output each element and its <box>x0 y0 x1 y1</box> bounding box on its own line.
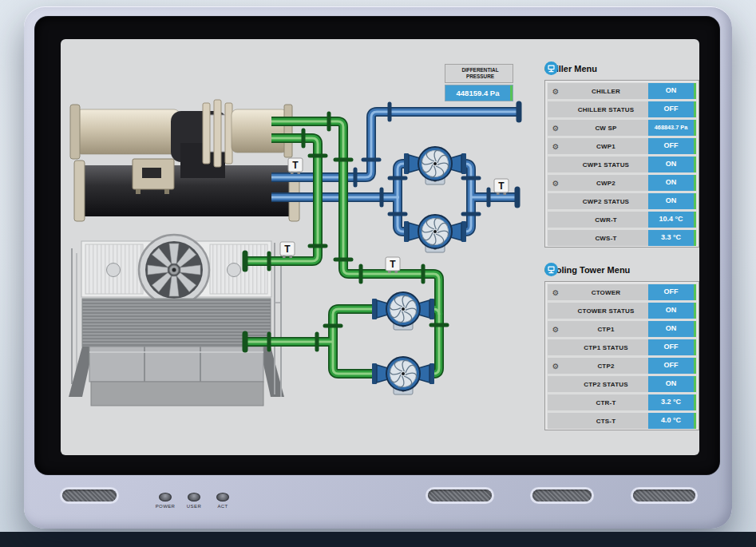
value-button[interactable]: ON <box>648 303 696 319</box>
green-strip <box>694 101 696 117</box>
row-label: CTP1 <box>564 326 648 333</box>
row-label: CWP1 <box>564 143 648 150</box>
menu-row: CHILLER STATUSOFF <box>548 101 696 117</box>
hmi-screen: T T T T DIFFERENTIAL PRESSURE <box>61 39 699 455</box>
menu-row: CTS-T4.0 °C <box>548 413 696 429</box>
svg-text:T: T <box>390 259 396 270</box>
value-button[interactable]: 468843.7 Pa <box>648 120 696 136</box>
row-label: CW SP <box>564 125 648 132</box>
value-button[interactable]: ON <box>648 157 696 172</box>
green-strip <box>694 358 696 374</box>
temperature-sensor-icon[interactable]: T <box>288 158 303 174</box>
green-strip <box>694 175 696 191</box>
cwp1-pump-icon[interactable] <box>404 147 466 184</box>
value-button[interactable]: OFF <box>648 339 696 355</box>
act-led <box>216 493 229 501</box>
svg-text:T: T <box>292 160 299 171</box>
menu-row: CWS-T3.3 °C <box>548 230 696 246</box>
hmi-monitor-icon <box>544 263 558 276</box>
ctp1-pump-icon[interactable] <box>372 292 434 330</box>
table-edge <box>0 532 756 547</box>
temperature-sensor-icon[interactable]: T <box>494 179 509 195</box>
row-label: CHILLER <box>564 88 648 95</box>
row-label: CWP2 <box>564 180 648 187</box>
menu-row: ⚙︎CTP2OFF <box>548 358 696 374</box>
cooling-tower-menu-panel: ⚙︎CTOWEROFFCTOWER STATUSON⚙︎CTP1ONCTP1 S… <box>544 281 699 430</box>
cooling-tower-menu-header: Cooling Tower Menu <box>544 263 699 277</box>
menu-row: CWP2 STATUSON <box>548 193 696 209</box>
row-label: CWS-T <box>564 235 648 242</box>
menu-row: ⚙︎CW SP468843.7 Pa <box>548 120 696 136</box>
value-button[interactable]: OFF <box>648 138 696 154</box>
row-label: CWP1 STATUS <box>564 161 648 168</box>
act-led-label: ACT <box>207 504 239 509</box>
green-strip <box>694 394 696 410</box>
value-button[interactable]: 10.4 °C <box>648 212 696 228</box>
menu-row: ⚙︎CWP2ON <box>548 175 696 191</box>
user-led <box>188 493 200 501</box>
ctp2-pump-icon[interactable] <box>372 357 434 394</box>
row-label: CTR-T <box>564 399 648 406</box>
differential-pressure-title: DIFFERENTIAL PRESSURE <box>455 67 506 79</box>
row-label: CTOWER <box>564 289 648 296</box>
menu-row: ⚙︎CTP1ON <box>548 321 696 337</box>
temperature-sensor-icon[interactable]: T <box>386 257 400 273</box>
green-strip <box>510 85 513 101</box>
value-button[interactable]: OFF <box>648 358 696 374</box>
green-strip <box>694 230 696 246</box>
user-led-label: USER <box>178 504 210 509</box>
menu-row: ⚙︎CTOWEROFF <box>548 284 696 300</box>
hmi-monitor-icon <box>544 61 558 75</box>
green-strip <box>694 413 696 429</box>
menu-row: CWP1 STATUSON <box>548 157 696 172</box>
value-button[interactable]: 3.2 °C <box>648 394 696 410</box>
value-button[interactable]: 4.0 °C <box>648 413 696 429</box>
gear-icon[interactable]: ⚙︎ <box>548 142 564 151</box>
speaker-grille <box>428 490 492 501</box>
value-button[interactable]: ON <box>648 376 696 392</box>
power-led-label: POWER <box>149 504 181 509</box>
svg-text:T: T <box>284 244 291 255</box>
value-button[interactable]: OFF <box>648 101 696 117</box>
menu-row: ⚙︎CWP1OFF <box>548 138 696 154</box>
green-strip <box>694 303 696 319</box>
menu-row: CTP1 STATUSOFF <box>548 339 696 355</box>
green-strip <box>694 376 696 392</box>
green-strip <box>694 284 696 300</box>
temperature-sensor-icon[interactable]: T <box>280 242 295 258</box>
value-button[interactable]: ON <box>648 193 696 209</box>
value-button[interactable]: ON <box>648 321 696 337</box>
menu-row: CTOWER STATUSON <box>548 303 696 319</box>
row-label: CHILLER STATUS <box>564 106 648 113</box>
gear-icon[interactable]: ⚙︎ <box>548 87 564 96</box>
svg-text:T: T <box>498 180 505 192</box>
row-label: CTOWER STATUS <box>564 307 648 315</box>
menu-row: CTP2 STATUSON <box>548 376 696 392</box>
gear-icon[interactable]: ⚙︎ <box>548 325 564 334</box>
menu-row: ⚙︎CHILLERON <box>548 83 696 99</box>
green-strip <box>694 120 696 136</box>
differential-pressure-widget-header: DIFFERENTIAL PRESSURE <box>445 64 513 83</box>
cwp2-pump-icon[interactable] <box>404 215 466 252</box>
value-button[interactable]: ON <box>648 175 696 191</box>
row-label: CWR-T <box>564 216 648 224</box>
differential-pressure-value[interactable]: 448159.4 Pa <box>445 85 513 101</box>
row-label: CTP1 STATUS <box>564 344 648 351</box>
value-button[interactable]: ON <box>648 83 696 99</box>
gear-icon[interactable]: ⚙︎ <box>548 179 564 188</box>
green-strip <box>694 193 696 209</box>
green-strip <box>694 339 696 355</box>
value-button[interactable]: OFF <box>648 284 696 300</box>
menu-row: CTR-T3.2 °C <box>548 394 696 410</box>
green-strip <box>694 212 696 228</box>
speaker-grille <box>633 490 695 501</box>
value-button[interactable]: 3.3 °C <box>648 230 696 246</box>
row-label: CTP2 <box>564 363 648 370</box>
gear-icon[interactable]: ⚙︎ <box>548 362 564 371</box>
chiller-menu-header: Chiller Menu <box>544 61 699 76</box>
green-strip <box>694 157 696 172</box>
gear-icon[interactable]: ⚙︎ <box>548 288 564 297</box>
green-strip <box>694 138 696 154</box>
gear-icon[interactable]: ⚙︎ <box>548 124 564 133</box>
row-label: CWP2 STATUS <box>564 198 648 205</box>
